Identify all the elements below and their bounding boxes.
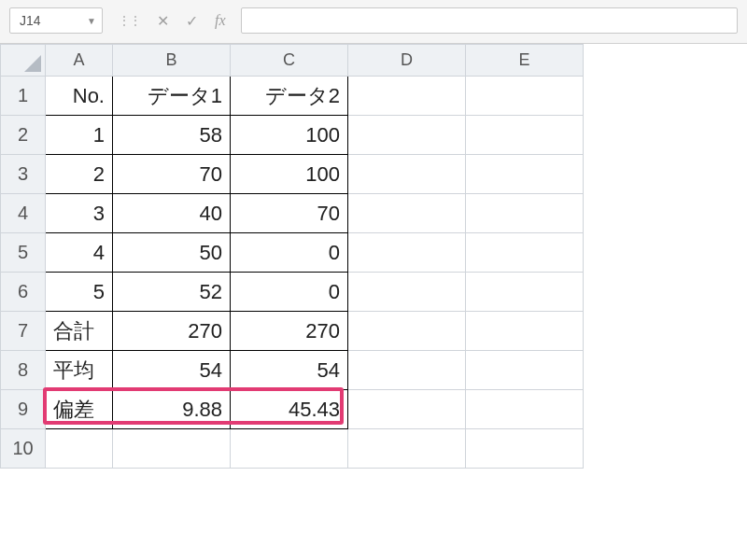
cell[interactable] <box>466 77 584 116</box>
cell[interactable]: 合計 <box>46 312 113 351</box>
col-header-c[interactable]: C <box>231 45 348 77</box>
cell[interactable]: 0 <box>231 273 348 312</box>
cell[interactable]: 50 <box>113 233 231 273</box>
fx-icon[interactable]: fx <box>215 12 226 29</box>
cell[interactable]: 45.43 <box>231 390 348 429</box>
cell[interactable] <box>46 429 113 469</box>
row-header[interactable]: 2 <box>1 116 46 155</box>
cell[interactable]: データ2 <box>231 77 348 116</box>
col-header-e[interactable]: E <box>466 45 584 77</box>
cell[interactable]: 5 <box>46 273 113 312</box>
name-box[interactable]: J14 ▼ <box>9 7 103 34</box>
cell[interactable]: 58 <box>113 116 231 155</box>
cell[interactable] <box>466 312 584 351</box>
cell[interactable] <box>466 116 584 155</box>
cell[interactable] <box>466 155 584 194</box>
cell[interactable]: 平均 <box>46 351 113 390</box>
cell[interactable] <box>348 312 466 351</box>
row-header[interactable]: 3 <box>1 155 46 194</box>
cell[interactable] <box>348 429 466 469</box>
cell[interactable] <box>466 429 584 469</box>
cell[interactable]: 52 <box>113 273 231 312</box>
cell[interactable] <box>348 116 466 155</box>
row-header[interactable]: 6 <box>1 273 46 312</box>
cell[interactable] <box>466 194 584 233</box>
cell[interactable]: 54 <box>231 351 348 390</box>
name-box-value: J14 <box>20 13 41 28</box>
cell[interactable] <box>231 429 348 469</box>
cell[interactable] <box>348 390 466 429</box>
cell[interactable]: 3 <box>46 194 113 233</box>
formula-bar-icons: ⋮⋮ ✕ ✓ fx <box>110 12 233 30</box>
cell[interactable]: 9.88 <box>113 390 231 429</box>
cell[interactable] <box>466 273 584 312</box>
cell[interactable]: 54 <box>113 351 231 390</box>
row-header[interactable]: 1 <box>1 77 46 116</box>
row-header[interactable]: 4 <box>1 194 46 233</box>
cell[interactable]: 270 <box>113 312 231 351</box>
spreadsheet-grid[interactable]: A B C D E 1 No. データ1 データ2 2 1 58 100 3 2… <box>0 44 584 469</box>
cell[interactable] <box>348 273 466 312</box>
cell[interactable]: データ1 <box>113 77 231 116</box>
col-header-a[interactable]: A <box>46 45 113 77</box>
cell[interactable]: 70 <box>231 194 348 233</box>
cell[interactable] <box>348 233 466 273</box>
cell[interactable]: 偏差 <box>46 390 113 429</box>
col-header-b[interactable]: B <box>113 45 231 77</box>
row-header[interactable]: 8 <box>1 351 46 390</box>
cell[interactable] <box>348 77 466 116</box>
col-header-d[interactable]: D <box>348 45 466 77</box>
cell[interactable] <box>113 429 231 469</box>
sheet-area: A B C D E 1 No. データ1 データ2 2 1 58 100 3 2… <box>0 44 747 469</box>
select-all-corner[interactable] <box>1 45 46 77</box>
cell[interactable] <box>348 351 466 390</box>
cell[interactable] <box>466 233 584 273</box>
cell[interactable] <box>466 390 584 429</box>
cell[interactable]: 100 <box>231 116 348 155</box>
formula-input[interactable] <box>241 7 738 34</box>
cell[interactable]: 2 <box>46 155 113 194</box>
cell[interactable]: 0 <box>231 233 348 273</box>
formula-bar: J14 ▼ ⋮⋮ ✕ ✓ fx <box>0 0 747 44</box>
cell[interactable] <box>466 351 584 390</box>
row-header[interactable]: 10 <box>1 429 46 469</box>
cell[interactable]: 1 <box>46 116 113 155</box>
row-header[interactable]: 9 <box>1 390 46 429</box>
cell[interactable] <box>348 194 466 233</box>
cancel-icon[interactable]: ✕ <box>157 12 169 30</box>
row-header[interactable]: 5 <box>1 233 46 273</box>
cell[interactable]: No. <box>46 77 113 116</box>
cell[interactable]: 4 <box>46 233 113 273</box>
grip-icon: ⋮⋮ <box>118 13 140 28</box>
cell[interactable] <box>348 155 466 194</box>
cell[interactable]: 70 <box>113 155 231 194</box>
cell[interactable]: 100 <box>231 155 348 194</box>
row-header[interactable]: 7 <box>1 312 46 351</box>
enter-icon[interactable]: ✓ <box>186 12 198 30</box>
cell[interactable]: 40 <box>113 194 231 233</box>
chevron-down-icon: ▼ <box>87 16 96 26</box>
cell[interactable]: 270 <box>231 312 348 351</box>
